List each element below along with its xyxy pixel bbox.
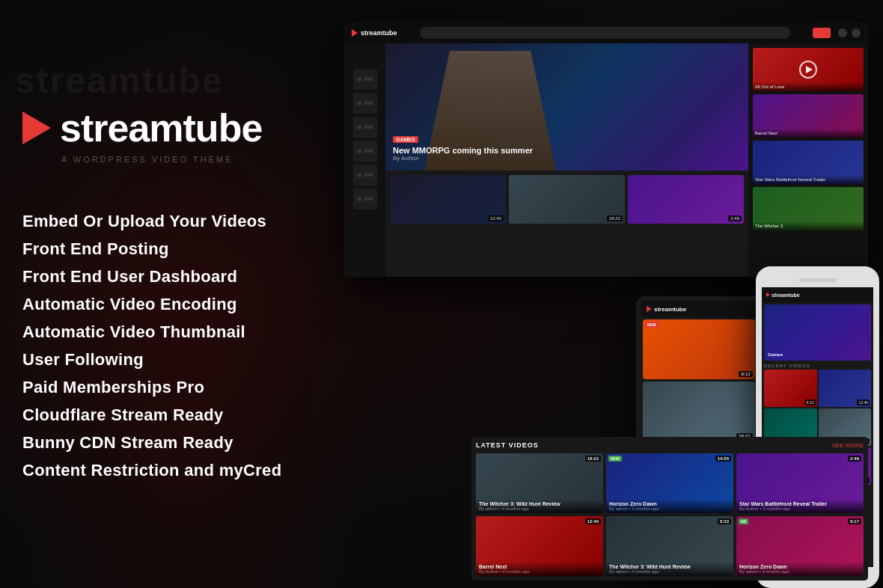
phone-thumb-duration-1: 8:12 bbox=[805, 399, 816, 405]
bottom-info-1: The Witcher 3: Wild Hunt Review By admin… bbox=[476, 499, 603, 513]
side-label-2: Barrel Next bbox=[753, 129, 864, 138]
bottom-title-6: Horizon Zero Dawn bbox=[739, 564, 861, 569]
tagline: A WORDPRESS VIDEO THEME bbox=[61, 155, 299, 164]
app-topbar-icons bbox=[838, 28, 861, 37]
sidebar-icon-line bbox=[364, 174, 373, 177]
play-triangle bbox=[806, 66, 813, 73]
sidebar-icon-dot bbox=[357, 101, 361, 105]
side-label-4: The Witcher 3 bbox=[753, 221, 864, 230]
sidebar-nav-home[interactable] bbox=[353, 69, 377, 90]
bottom-thumb-2[interactable]: NEW 14:05 Horizon Zero Dawn By admin • 3… bbox=[606, 453, 733, 513]
bottom-duration-1: 18:22 bbox=[585, 456, 601, 462]
sidebar-nav-videos[interactable] bbox=[353, 93, 377, 114]
sidebar-icon-line bbox=[364, 78, 373, 81]
logo-main: streamtube bbox=[22, 105, 299, 150]
sidebar-icon-line bbox=[364, 102, 373, 105]
tablet-thumb-3[interactable]: 18:22 bbox=[643, 382, 755, 441]
bottom-thumb-3[interactable]: 2:49 Star Wars Battlefront Reveal Traile… bbox=[736, 453, 864, 513]
phone-thumb-1[interactable]: 8:12 bbox=[764, 370, 817, 407]
feature-item-4: Automatic Video Encoding bbox=[22, 292, 299, 316]
bottom-grid: 18:22 The Witcher 3: Wild Hunt Review By… bbox=[476, 453, 864, 576]
bottom-title-3: Star Wars Battlefront Reveal Trailer bbox=[739, 501, 861, 506]
feature-item-9: Bunny CDN Stream Ready bbox=[22, 430, 299, 455]
phone-hero-title: Games bbox=[768, 352, 783, 357]
side-thumb-2[interactable]: Barrel Next bbox=[753, 94, 864, 138]
bottom-title-5: The Witcher 3: Wild Hunt Review bbox=[609, 564, 730, 569]
section-title: LATEST VIDEOS bbox=[476, 441, 539, 449]
bottom-meta-2: By admin • 3 months ago bbox=[609, 506, 730, 511]
feature-item-7: Paid Memberships Pro bbox=[22, 375, 299, 399]
bottom-meta-3: By Author • 3 months ago bbox=[739, 506, 861, 511]
play-icon-1 bbox=[799, 61, 817, 79]
app-topbar-arrow-icon bbox=[352, 29, 358, 37]
bottom-info-3: Star Wars Battlefront Reveal Trailer By … bbox=[736, 499, 864, 513]
feature-item-3: Front End User Dashboard bbox=[22, 264, 299, 289]
sidebar-icon-line bbox=[364, 197, 373, 200]
see-more-link[interactable]: SEE MORE bbox=[832, 442, 864, 449]
section-header-row: LATEST VIDEOS SEE MORE bbox=[476, 441, 864, 449]
app-topbar-icon-1 bbox=[838, 28, 847, 37]
app-topbar-name: streamtube bbox=[361, 29, 397, 37]
feature-item-8: Cloudflare Stream Ready bbox=[22, 402, 299, 427]
bottom-meta-4: By Author • 3 months ago bbox=[479, 569, 600, 574]
logo-text: streamtube bbox=[60, 105, 262, 150]
phone-header: streamtube bbox=[762, 287, 873, 302]
side-label-1: All Out of Love bbox=[753, 82, 864, 91]
desktop-content: GAMES New MMORPG coming this summer By A… bbox=[344, 43, 868, 277]
right-panel: streamtube bbox=[314, 0, 883, 588]
bottom-meta-6: By admin • 3 months ago bbox=[739, 569, 861, 574]
sidebar-nav-members[interactable] bbox=[353, 117, 377, 138]
bottom-thumb-6[interactable]: HD 9:17 Horizon Zero Dawn By admin • 3 m… bbox=[736, 516, 864, 576]
bottom-duration-2: 14:05 bbox=[715, 456, 731, 462]
app-topbar-icon-2 bbox=[852, 28, 861, 37]
desktop-mockup: streamtube bbox=[344, 22, 868, 277]
sidebar-icon-dot bbox=[357, 149, 361, 153]
video-thumb-1[interactable]: 12:40 bbox=[390, 175, 506, 224]
bottom-right-panel: LATEST VIDEOS SEE MORE 18:22 The Witcher… bbox=[471, 437, 868, 581]
bottom-title-1: The Witcher 3: Wild Hunt Review bbox=[479, 501, 600, 506]
sidebar-icon-dot bbox=[357, 125, 361, 129]
phone-speaker bbox=[762, 272, 873, 287]
side-label-text-1: All Out of Love bbox=[755, 85, 861, 89]
side-thumb-1[interactable]: All Out of Love bbox=[753, 48, 864, 91]
app-sidebar-logo bbox=[354, 49, 376, 60]
sidebar-nav-blog[interactable] bbox=[353, 165, 377, 186]
tablet-logo-arrow bbox=[647, 306, 652, 312]
feature-item-5: Automatic Video Thumbnail bbox=[22, 319, 299, 344]
bottom-meta-1: By admin • 3 months ago bbox=[479, 506, 600, 511]
video-thumb-2[interactable]: 18:22 bbox=[509, 175, 625, 224]
bottom-thumb-5[interactable]: 5:33 The Witcher 3: Wild Hunt Review By … bbox=[606, 516, 733, 576]
sidebar-icon-dot bbox=[357, 197, 361, 201]
sidebar-nav-about[interactable] bbox=[353, 141, 377, 162]
phone-thumb-row-1: 8:12 12:40 bbox=[764, 370, 871, 407]
sidebar-nav-pages[interactable] bbox=[353, 189, 377, 209]
bottom-thumb-1[interactable]: 18:22 The Witcher 3: Wild Hunt Review By… bbox=[476, 453, 603, 513]
side-thumb-4[interactable]: The Witcher 3 bbox=[753, 187, 864, 230]
side-label-text-3: Star Wars Battlefront Reveal Trailer bbox=[755, 177, 861, 182]
sidebar-icon-dot bbox=[357, 173, 361, 177]
left-panel: streamtube streamtube A WORDPRESS VIDEO … bbox=[0, 0, 322, 588]
phone-hero[interactable]: Games bbox=[764, 304, 871, 361]
side-thumb-3[interactable]: Star Wars Battlefront Reveal Trailer bbox=[753, 141, 864, 184]
bottom-title-4: Barrel Next bbox=[479, 564, 600, 569]
hero-author: By Author bbox=[393, 155, 533, 162]
logo-arrow-icon bbox=[22, 111, 51, 144]
desktop-side-panel: All Out of Love Barrel Next Star Wars Ba… bbox=[748, 43, 868, 277]
tablet-thumb-1[interactable]: NEW 8:12 bbox=[643, 319, 755, 379]
feature-item-6: User Following bbox=[22, 347, 299, 372]
feature-item-10: Content Restriction and myCred bbox=[22, 458, 299, 483]
tablet-badge-1: NEW bbox=[645, 322, 659, 328]
phone-thumb-2[interactable]: 12:40 bbox=[819, 370, 872, 407]
phone-logo-arrow bbox=[766, 293, 770, 297]
video-thumb-3[interactable]: 2:49 bbox=[628, 175, 744, 224]
app-topbar-logo: streamtube bbox=[352, 29, 397, 37]
app-main-content: GAMES New MMORPG coming this summer By A… bbox=[385, 43, 748, 277]
app-topbar-search-button[interactable] bbox=[813, 28, 831, 38]
bottom-thumb-4[interactable]: 12:40 Barrel Next By Author • 3 months a… bbox=[476, 516, 603, 576]
thumb-duration-3: 2:49 bbox=[728, 215, 742, 221]
phone-thumb-duration-2: 12:40 bbox=[857, 399, 870, 405]
hero-text-overlay: GAMES New MMORPG coming this summer By A… bbox=[393, 131, 533, 162]
thumb-duration-1: 12:40 bbox=[488, 215, 504, 221]
new-badge-2: NEW bbox=[608, 456, 622, 462]
bottom-duration-3: 2:49 bbox=[848, 456, 861, 462]
